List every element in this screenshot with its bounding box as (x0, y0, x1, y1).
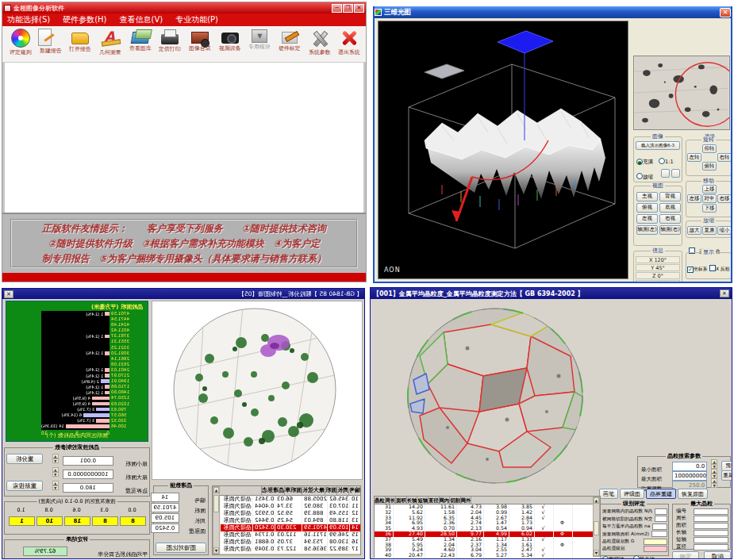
spinner-control[interactable]: ▲▼ (52, 467, 59, 477)
rotate-up-button[interactable]: 仰转 (702, 144, 717, 153)
spinner-control[interactable]: ▲▼ (711, 469, 717, 478)
table-row[interactable]: 17389.22 3636.58122.73 0.3049晶谱为圆形 (213, 546, 360, 553)
table-row[interactable]: 375.49 1.342.16 1.171.31 √ (375, 537, 600, 543)
ok-button[interactable]: 确定 (686, 282, 707, 283)
rotate-left-button[interactable]: 左转 (687, 153, 701, 162)
move-left-button[interactable]: 左移 (687, 194, 701, 203)
title-bar[interactable]: 三维光图 ✕ (373, 6, 732, 18)
close-button[interactable]: ✕ (4, 290, 13, 298)
method-radio[interactable]: 截点法 (633, 549, 655, 559)
toolbar-button[interactable]: 打开报告 (65, 27, 95, 62)
close-button[interactable]: ✕ (720, 290, 729, 297)
rating-value-field[interactable] (651, 531, 667, 537)
column-header[interactable]: 短轴 (417, 497, 428, 504)
rating-value-field[interactable] (655, 516, 667, 522)
table-row[interactable]: 11107.03 380.9233.74 0.4044晶谱为圆形 (213, 503, 360, 510)
grain-micrograph[interactable] (372, 301, 612, 488)
spinner-control[interactable]: ▲▼ (711, 459, 717, 469)
table-row[interactable]: 3311.92 6.354.45 2.672.84 √ (375, 516, 600, 521)
source-image-thumbnail[interactable] (633, 56, 730, 130)
table-row[interactable]: 3627.40 28.509.77 4.996.02 Φ (375, 531, 600, 537)
title-bar[interactable]: 金相图像分析软件 ─ ❐ ✕ (2, 2, 366, 13)
gray-range-count-cell[interactable]: 8 (120, 516, 146, 526)
scale-button[interactable]: 放大 (687, 226, 701, 235)
table-row[interactable]: 399.24 4.603.04 2.552.47 √ (375, 547, 600, 553)
param-action-button[interactable]: 重分析 (6, 454, 43, 464)
toolbar-button[interactable]: 退出系统 (334, 27, 364, 62)
table-row[interactable]: 12155.49 888.3959.52 0.5932晶谱为圆形 (213, 510, 360, 517)
toolbar-button[interactable]: 图像合成 (185, 27, 215, 62)
table-row[interactable]: 385.95 2.042.37 1.341.61 Φ (375, 543, 600, 548)
specimen-image-panel[interactable] (152, 301, 363, 480)
title-bar[interactable]: 【 GB-1840 85 】颗粒分析__特制图谱【05】 ✕ (2, 289, 364, 299)
column-header[interactable]: 面积 (396, 497, 407, 504)
display-checkbox[interactable]: 色反相 (709, 275, 732, 283)
move-center-button[interactable]: 对中 (702, 194, 717, 203)
close-button[interactable]: ✕ (354, 4, 364, 13)
toolbar-button[interactable]: 系统参数 (305, 27, 335, 62)
spinner-control[interactable]: ▲▼ (52, 481, 59, 490)
column-header[interactable]: 切割 (450, 497, 461, 504)
display-checkbox[interactable]: ✓线框 (687, 275, 709, 283)
scale-button[interactable]: 复原 (702, 226, 717, 235)
view-direction-button[interactable]: 底视 (659, 203, 681, 213)
table-row[interactable]: 325.62 1.582.04 0.991.42 √ (375, 510, 600, 516)
toolbar-button[interactable]: 查看图库 (125, 27, 156, 62)
rating-value-field[interactable] (655, 508, 667, 515)
table-row[interactable]: 4020.47 22.436.79 5.275.34 √ (375, 553, 600, 558)
view-direction-button[interactable]: 轴测(左) (636, 225, 658, 235)
menu-item[interactable]: 查看信息(V) (119, 14, 163, 25)
move-down-button[interactable]: 下移 (702, 204, 717, 213)
gray-range-count-cell[interactable]: 10 (37, 516, 63, 526)
toolbar-button[interactable]: 专用模块 (244, 27, 275, 62)
menu-item[interactable]: 专业功能(P) (175, 14, 218, 25)
image-fit-radio[interactable]: 放缩 (636, 167, 653, 182)
viewport-3d[interactable]: AON (378, 21, 628, 279)
image-fit-radio[interactable]: 1:1 (659, 152, 673, 167)
view-direction-button[interactable]: 主视 (636, 192, 658, 201)
table-row[interactable]: 13118.80 894.0354.25 0.9442晶谱为圆形 (213, 517, 360, 524)
column-header[interactable]: 长轴 (407, 497, 418, 504)
toolbar-button[interactable]: 几何测量 (95, 27, 125, 62)
tool-button[interactable]: 晶界重建 (646, 489, 676, 499)
rotate-down-button[interactable]: 俯转 (702, 162, 717, 171)
column-header[interactable]: 晶粒 (375, 497, 386, 504)
cancel-button[interactable]: 取消 (710, 282, 732, 283)
column-header[interactable]: 晶谱形态 (261, 486, 284, 495)
title-bar[interactable]: 【001】金属平均晶粒度_金属平均晶粒度测定方法【 GB 6394-2002 】… (371, 288, 732, 299)
gray-range-count-cell[interactable]: 1 (9, 516, 35, 526)
spinner-control[interactable]: ▲▼ (52, 454, 59, 463)
param-action-button[interactable]: 重新搜索 (6, 481, 43, 491)
toolbar-button[interactable]: 硬件标定 (275, 27, 305, 62)
zoom-plus-button[interactable] (671, 169, 680, 178)
load-demo-image-button[interactable]: 载入演示图像6-3 (636, 141, 680, 150)
menu-item[interactable]: 功能选择(S) (7, 14, 50, 25)
table-row[interactable]: 354.93 0.702.13 0.540.94 √ (375, 526, 600, 531)
menu-item[interactable]: 硬件参数(H) (63, 14, 106, 25)
toolbar-button[interactable]: 新建报告 (36, 27, 66, 62)
toolbar-button[interactable]: 定倍打印 (155, 27, 185, 62)
tool-button[interactable]: 画笔 (599, 489, 618, 499)
view-direction-button[interactable]: 右视 (659, 214, 681, 224)
column-header[interactable]: 面积 (325, 486, 336, 495)
tool-button[interactable]: 评级图 (620, 489, 644, 499)
column-header[interactable]: 面积率 (284, 486, 302, 495)
view-direction-button[interactable]: 俯视 (636, 203, 658, 213)
ok-button[interactable]: 确定 (672, 551, 699, 559)
table-row[interactable]: 14105.09 4701.59230.30 0.5420晶谱为圆形 (213, 524, 360, 531)
toolbar-button[interactable]: 评定规则 (6, 27, 36, 62)
compare-chart-button[interactable]: 图谱对比图 (156, 543, 206, 553)
table-row[interactable]: 346.95 2.362.74 1.471.73 Φ (375, 520, 600, 526)
table-scrollbar[interactable]: ▲▼ (593, 497, 600, 557)
minimize-button[interactable]: ─ (332, 4, 342, 13)
tool-button[interactable]: 恢复原图 (678, 489, 708, 499)
rotate-right-button[interactable]: 右转 (717, 153, 732, 162)
method-radio[interactable]: ●面积法 (602, 549, 628, 559)
column-header[interactable]: 网外 (461, 497, 472, 504)
column-header[interactable]: 周长 (336, 486, 348, 495)
zoom-minus-button[interactable] (661, 169, 670, 178)
table-row[interactable]: 10345.62 2005.8866.03 0.3451晶谱为圆形 (213, 496, 360, 503)
table-row[interactable]: 3114.20 11.614.73 3.983.85 √ (375, 504, 600, 510)
table-scrollbar[interactable]: ▲▼ (213, 486, 220, 554)
rating-value-field[interactable] (652, 524, 667, 530)
